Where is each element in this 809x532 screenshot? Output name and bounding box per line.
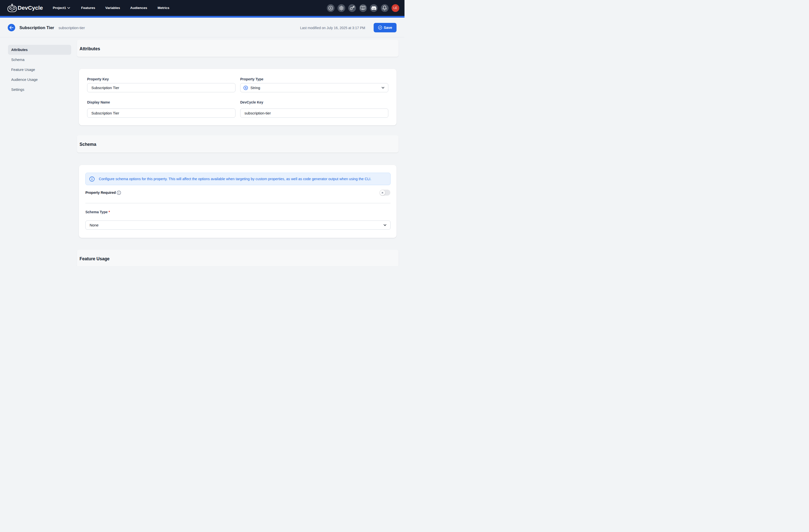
svg-text:S: S: [245, 86, 247, 89]
